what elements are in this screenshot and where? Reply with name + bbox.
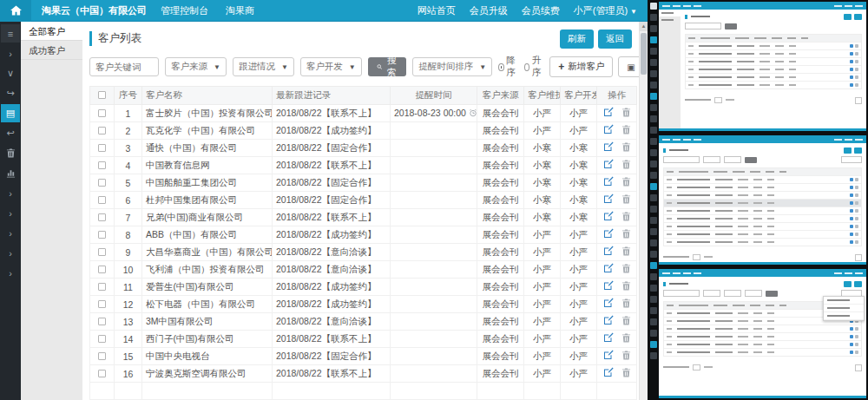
chevron-right-icon[interactable]: › (1, 224, 20, 242)
row-checkbox[interactable] (98, 231, 106, 239)
search-button[interactable]: 搜索 (368, 57, 407, 76)
select-all-checkbox[interactable] (98, 91, 106, 99)
row-checkbox[interactable] (98, 127, 106, 134)
edit-button[interactable] (601, 350, 616, 363)
remind-sort-select[interactable]: 提醒时间排序▼ (412, 57, 492, 76)
row-checkbox[interactable] (98, 318, 106, 325)
row-checkbox[interactable] (98, 283, 106, 291)
row-checkbox[interactable] (98, 248, 106, 256)
customer-name: 中国船舶重工集团公司 (142, 174, 273, 192)
chart-icon[interactable] (1, 164, 20, 182)
delete-button[interactable] (619, 263, 634, 276)
chevron-right-icon[interactable]: › (1, 204, 20, 222)
edit-button[interactable] (601, 298, 616, 311)
keyword-input[interactable] (89, 57, 159, 76)
customer-keeper: 小严 (524, 348, 561, 365)
row-checkbox[interactable] (98, 370, 106, 377)
chevron-right-icon[interactable]: › (1, 184, 20, 202)
delete-button[interactable] (619, 280, 634, 293)
nav-item-upgrade[interactable]: 会员升级 (470, 4, 508, 17)
chevron-down-icon: ▼ (479, 63, 486, 71)
delete-button[interactable] (619, 124, 634, 137)
developer-select[interactable]: 客户开发▼ (300, 57, 362, 76)
edit-button[interactable] (601, 228, 616, 241)
delete-button[interactable] (619, 246, 634, 259)
delete-button[interactable] (619, 193, 634, 207)
table-row: 5 中国船舶重工集团公司 2018/08/22【固定合作】 展会会刊 小寒 小寒 (90, 174, 637, 192)
chevron-down-icon[interactable]: ∨ (1, 64, 20, 82)
edit-button[interactable] (601, 124, 616, 137)
desc-radio[interactable]: 降序 (498, 55, 518, 79)
nav-item-console[interactable]: 管理控制台 (161, 4, 208, 17)
user-menu[interactable]: 小严(管理员)▼ (574, 4, 637, 17)
row-checkbox[interactable] (98, 213, 106, 221)
row-checkbox[interactable] (98, 266, 106, 273)
delete-button[interactable] (619, 350, 634, 363)
delete-button[interactable] (619, 367, 634, 380)
edit-button[interactable] (601, 332, 616, 345)
add-customer-button[interactable]: +新增客户 (549, 56, 613, 77)
source-select[interactable]: 客户来源▼ (165, 57, 227, 76)
home-icon[interactable] (0, 0, 31, 22)
edit-button[interactable] (601, 107, 616, 120)
edit-button[interactable] (601, 315, 616, 328)
edit-button[interactable] (601, 141, 616, 154)
row-checkbox[interactable] (98, 109, 106, 117)
edit-button[interactable] (601, 193, 616, 207)
row-checkbox[interactable] (98, 161, 106, 169)
reminder-list-preview (659, 269, 866, 398)
delete-button[interactable] (619, 228, 634, 241)
edit-button[interactable] (601, 280, 616, 293)
submenu-item-0[interactable]: 全部客户 (21, 22, 82, 41)
scrollbar-up-arrow[interactable]: ▲ (640, 22, 648, 31)
row-checkbox[interactable] (98, 352, 106, 360)
table-row: 7 兄弟(中国)商业有限公司 2018/08/22【联系不上】 展会会刊 小寒 … (90, 209, 637, 226)
latest-record: 2018/08/22【联系不上】 (273, 331, 391, 348)
edit-button[interactable] (601, 159, 616, 172)
customer-keeper: 小寒 (524, 209, 561, 226)
row-checkbox[interactable] (98, 335, 106, 343)
delete-button[interactable] (619, 332, 634, 345)
delete-button[interactable] (619, 159, 634, 172)
sign-in-icon[interactable]: ↪ (1, 84, 20, 102)
search-icon (377, 62, 383, 71)
trash-icon[interactable] (1, 144, 20, 162)
delete-button[interactable] (619, 211, 634, 224)
nav-item-renew[interactable]: 会员续费 (522, 4, 560, 17)
delete-button[interactable] (619, 298, 634, 311)
submenu-item-1[interactable]: 成功客户 (21, 41, 82, 60)
refresh-button[interactable]: 刷新 (560, 30, 594, 49)
chevron-right-icon[interactable]: › (1, 264, 20, 282)
delete-button[interactable] (619, 107, 634, 120)
edit-button[interactable] (601, 176, 616, 189)
row-checkbox[interactable] (98, 300, 106, 308)
scrollbar-thumb[interactable] (641, 33, 647, 75)
edit-button[interactable] (601, 211, 616, 224)
menu-icon[interactable]: ≡ (1, 24, 20, 43)
nav-item-shop[interactable]: 淘果商 (226, 4, 254, 17)
edit-button[interactable] (601, 246, 616, 259)
chevron-right-icon[interactable]: › (1, 244, 20, 262)
latest-record: 2018/08/22【固定合作】 (273, 174, 391, 192)
nav-item-site-home[interactable]: 网站首页 (418, 4, 456, 17)
delete-button[interactable] (619, 141, 634, 154)
row-checkbox[interactable] (98, 144, 106, 152)
customer-developer: 小寒 (561, 157, 597, 174)
chevron-right-icon[interactable]: › (1, 44, 20, 62)
customer-source: 展会会刊 (477, 192, 524, 209)
delete-button[interactable] (619, 315, 634, 328)
row-checkbox[interactable] (98, 196, 106, 204)
delete-button[interactable] (619, 176, 634, 189)
progress-select[interactable]: 跟进情况▼ (233, 57, 294, 76)
row-checkbox[interactable] (98, 179, 106, 187)
back-button[interactable]: 返回 (598, 30, 632, 49)
edit-button[interactable] (601, 263, 616, 276)
vertical-scrollbar[interactable]: ▲ (639, 22, 648, 400)
app-body: ≡›∨↪▤↩››››› 全部客户成功客户 客户列表 刷新 返回 客户来源▼ 跟进… (0, 22, 648, 400)
sign-out-icon[interactable]: ↩ (1, 124, 20, 142)
customer-developer: 小寒 (561, 140, 597, 157)
preview-table-header (686, 35, 861, 42)
edit-button[interactable] (601, 367, 616, 380)
customer-list-icon[interactable]: ▤ (1, 104, 20, 122)
asc-radio[interactable]: 升序 (524, 55, 544, 79)
